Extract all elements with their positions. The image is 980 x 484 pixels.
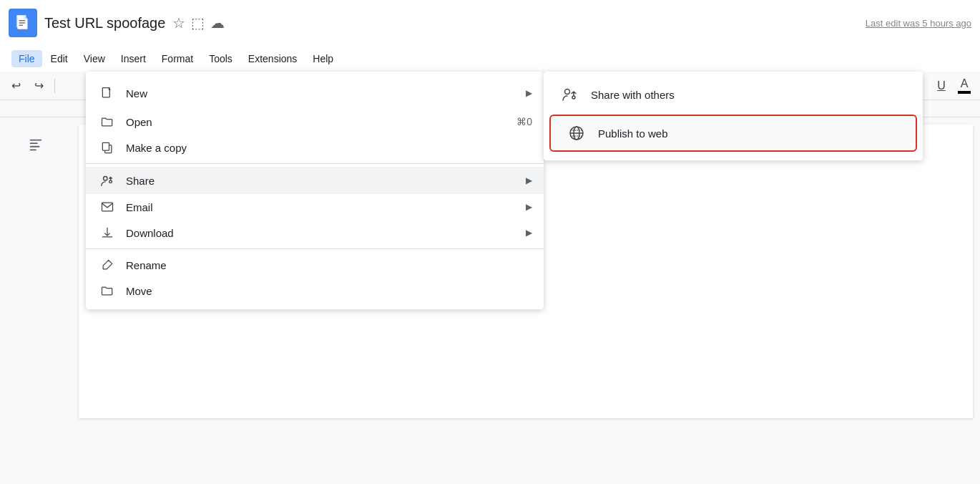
download-arrow: ▶ xyxy=(526,228,532,238)
share-icon xyxy=(97,173,117,188)
svg-rect-14 xyxy=(102,203,113,211)
menu-view[interactable]: View xyxy=(77,50,112,67)
menu-file[interactable]: File xyxy=(11,50,42,67)
file-menu-open[interactable]: Open ⌘0 xyxy=(86,109,544,135)
new-icon xyxy=(97,86,117,100)
open-shortcut: ⌘0 xyxy=(516,116,532,127)
file-menu-section-1: New ▶ xyxy=(86,77,544,109)
open-label: Open xyxy=(126,116,516,128)
svg-point-13 xyxy=(109,180,112,183)
outline-icon[interactable] xyxy=(23,132,49,158)
top-bar: Test URL spoofage ☆ ⬚ ☁ Last edit was 5 … xyxy=(0,0,980,46)
file-menu-share[interactable]: Share ▶ xyxy=(86,167,544,194)
file-menu-new[interactable]: New ▶ xyxy=(86,80,544,106)
svg-rect-6 xyxy=(30,142,38,144)
publish-to-web-item[interactable]: Publish to web xyxy=(549,115,917,152)
menu-format[interactable]: Format xyxy=(155,50,200,67)
underline-button[interactable]: U xyxy=(931,76,951,96)
title-area: Test URL spoofage ☆ ⬚ ☁ xyxy=(44,14,858,32)
email-label: Email xyxy=(126,201,520,213)
document-title[interactable]: Test URL spoofage xyxy=(44,15,165,32)
toolbar-separator-1 xyxy=(54,79,55,93)
last-edit-text[interactable]: Last edit was 5 hours ago xyxy=(866,18,971,29)
svg-point-16 xyxy=(572,96,575,99)
cloud-save-icon[interactable]: ☁ xyxy=(210,14,225,32)
doc-icon xyxy=(9,9,37,37)
file-menu-dropdown: New ▶ Open ⌘0 Make a copy xyxy=(86,72,544,309)
copy-icon xyxy=(97,140,117,155)
menu-tools[interactable]: Tools xyxy=(202,50,240,67)
move-to-icon[interactable]: ⬚ xyxy=(191,14,205,32)
undo-button[interactable]: ↩ xyxy=(6,76,26,96)
file-menu-divider-2 xyxy=(86,248,544,249)
download-icon xyxy=(97,226,117,240)
download-label: Download xyxy=(126,227,520,239)
share-with-others-icon xyxy=(558,86,581,103)
doc-title-row: Test URL spoofage ☆ ⬚ ☁ xyxy=(44,14,858,32)
menu-edit[interactable]: Edit xyxy=(44,50,75,67)
share-with-others-label: Share with others xyxy=(591,89,675,101)
share-arrow: ▶ xyxy=(526,175,532,185)
share-submenu: Share with others Publish to web xyxy=(544,72,923,160)
copy-label: Make a copy xyxy=(126,142,532,154)
title-icons: ☆ ⬚ ☁ xyxy=(172,14,225,32)
svg-point-12 xyxy=(104,177,108,181)
menu-insert[interactable]: Insert xyxy=(114,50,153,67)
text-color-button[interactable]: A xyxy=(954,76,974,96)
svg-point-15 xyxy=(565,89,570,95)
menu-bar: File Edit View Insert Format Tools Exten… xyxy=(0,46,980,72)
move-label: Move xyxy=(126,285,532,297)
file-menu-email[interactable]: Email ▶ xyxy=(86,194,544,220)
move-icon xyxy=(97,284,117,298)
svg-rect-5 xyxy=(30,140,42,141)
email-icon xyxy=(97,200,117,214)
share-with-others-item[interactable]: Share with others xyxy=(544,77,923,112)
redo-button[interactable]: ↪ xyxy=(29,76,49,96)
svg-rect-11 xyxy=(102,142,109,150)
menu-help[interactable]: Help xyxy=(305,50,340,67)
svg-rect-8 xyxy=(30,149,36,150)
open-icon xyxy=(97,115,117,129)
rename-icon xyxy=(97,258,117,272)
new-label: New xyxy=(126,87,520,100)
file-menu-download[interactable]: Download ▶ xyxy=(86,220,544,246)
new-arrow: ▶ xyxy=(526,88,532,98)
share-label: Share xyxy=(126,175,520,187)
file-menu-rename[interactable]: Rename xyxy=(86,252,544,278)
svg-rect-7 xyxy=(30,146,40,147)
star-icon[interactable]: ☆ xyxy=(172,14,185,32)
file-menu-move[interactable]: Move xyxy=(86,278,544,304)
publish-to-web-icon xyxy=(565,125,588,142)
menu-extensions[interactable]: Extensions xyxy=(241,50,304,67)
publish-to-web-label: Publish to web xyxy=(598,127,668,140)
file-menu-divider-1 xyxy=(86,163,544,164)
email-arrow: ▶ xyxy=(526,202,532,212)
file-menu-copy[interactable]: Make a copy xyxy=(86,135,544,160)
left-panel xyxy=(0,117,72,425)
rename-label: Rename xyxy=(126,259,532,271)
